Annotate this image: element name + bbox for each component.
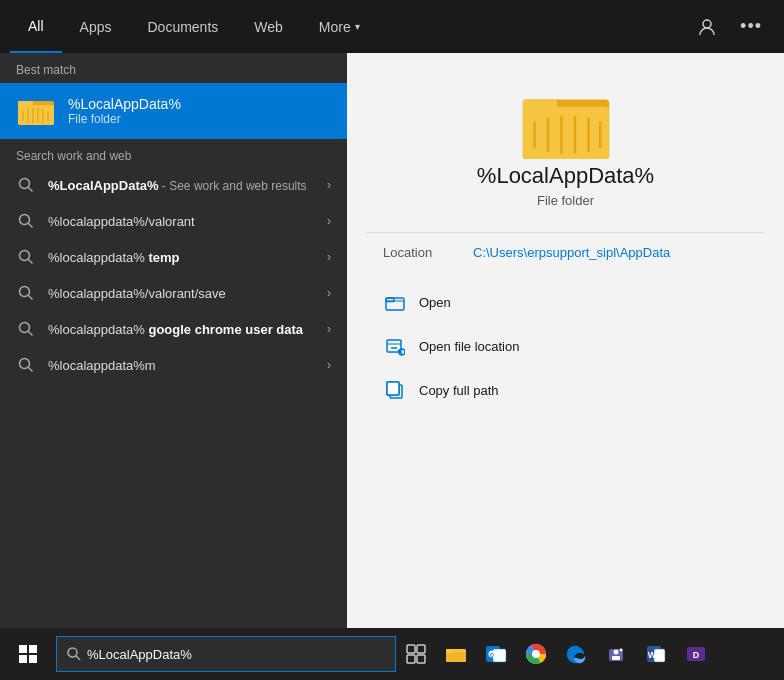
search-icon [16,319,36,339]
list-item[interactable]: %localappdata%/valorant/save › [0,275,347,311]
edge-icon [565,643,587,665]
result-text: %localappdata% temp [48,250,319,265]
svg-point-18 [20,323,30,333]
ellipsis-icon: ••• [740,16,762,37]
search-icon [16,247,36,267]
chrome-button[interactable] [516,628,556,680]
other-app-button[interactable]: D [676,628,716,680]
chevron-right-icon: › [327,214,331,228]
tab-web-label: Web [254,19,283,35]
open-file-location-label: Open file location [419,339,519,354]
svg-line-11 [29,188,33,192]
list-item[interactable]: %localappdata%m › [0,347,347,383]
svg-rect-24 [522,100,556,111]
list-item[interactable]: %localappdata% google chrome user data › [0,311,347,347]
list-item[interactable]: %LocalAppData% - See work and web result… [0,167,347,203]
word-icon: W [645,643,667,665]
svg-rect-42 [407,645,415,653]
tab-more[interactable]: More ▾ [301,0,378,53]
svg-rect-32 [386,298,394,302]
svg-rect-48 [446,649,455,653]
svg-rect-39 [387,382,399,395]
svg-line-13 [29,224,33,228]
list-item[interactable]: %localappdata%/valorant › [0,203,347,239]
best-match-text: %LocalAppData% File folder [68,96,181,126]
folder-icon-large [521,83,611,163]
open-file-location-action[interactable]: Open file location [367,324,764,368]
right-panel: %LocalAppData% File folder Location C:\U… [347,53,784,628]
svg-point-56 [614,650,619,655]
taskbar-search-input[interactable] [87,647,385,662]
svg-line-17 [29,296,33,300]
result-detail-title: %LocalAppData% [477,163,654,189]
user-icon [698,18,716,36]
more-options-button[interactable]: ••• [728,0,774,53]
outlook-icon: O [485,643,507,665]
task-view-icon [406,644,426,664]
word-button[interactable]: W [636,628,676,680]
result-text: %localappdata% google chrome user data [48,322,319,337]
open-action[interactable]: Open [367,280,764,324]
svg-point-16 [20,287,30,297]
action-list: Open Open file location [367,280,764,412]
svg-point-40 [68,648,77,657]
tab-all[interactable]: All [10,0,62,53]
edge-button[interactable] [556,628,596,680]
tab-more-label: More [319,19,351,35]
teams-button[interactable] [596,628,636,680]
best-match-subtitle: File folder [68,112,181,126]
copy-full-path-action[interactable]: Copy full path [367,368,764,412]
location-path[interactable]: C:\Users\erpsupport_sipl\AppData [473,245,670,260]
svg-rect-44 [407,655,415,663]
start-button[interactable] [4,628,52,680]
taskbar-search-bar[interactable] [56,636,396,672]
open-label: Open [419,295,451,310]
chevron-right-icon: › [327,250,331,264]
best-match-item[interactable]: %LocalAppData% File folder [0,83,347,139]
main-content: Best match [0,53,784,628]
chevron-right-icon: › [327,322,331,336]
search-icon [16,175,36,195]
file-location-icon [383,334,407,358]
tab-web[interactable]: Web [236,0,301,53]
svg-line-19 [29,332,33,336]
svg-rect-45 [417,655,425,663]
tab-documents[interactable]: Documents [129,0,236,53]
svg-point-54 [532,650,540,658]
svg-text:D: D [693,650,700,660]
svg-point-20 [20,359,30,369]
outlook-button[interactable]: O [476,628,516,680]
svg-point-12 [20,215,30,225]
chrome-icon [525,643,547,665]
result-text: %localappdata%/valorant/save [48,286,319,301]
svg-rect-3 [18,101,33,106]
taskbar: O W [0,628,784,680]
location-row: Location C:\Users\erpsupport_sipl\AppDat… [367,232,764,272]
search-section-label: Search work and web [0,139,347,167]
tab-apps[interactable]: Apps [62,0,130,53]
svg-rect-31 [386,298,404,310]
list-item[interactable]: %localappdata% temp › [0,239,347,275]
result-text: %localappdata%/valorant [48,214,319,229]
left-panel: Best match [0,53,347,628]
app-icon: D [685,643,707,665]
location-label: Location [383,245,473,260]
tab-documents-label: Documents [147,19,218,35]
file-explorer-button[interactable] [436,628,476,680]
svg-text:O: O [490,652,494,658]
copy-icon [383,378,407,402]
taskbar-search-icon [67,647,81,661]
file-explorer-icon [445,644,467,664]
svg-point-59 [620,649,623,652]
task-view-button[interactable] [396,628,436,680]
start-menu: All Apps Documents Web More ▾ ••• Be [0,0,784,628]
top-nav: All Apps Documents Web More ▾ ••• [0,0,784,53]
search-icon [16,283,36,303]
tab-all-label: All [28,18,44,34]
search-icon [16,211,36,231]
open-icon [383,290,407,314]
best-match-label: Best match [0,53,347,83]
chevron-right-icon: › [327,286,331,300]
user-icon-button[interactable] [686,0,728,53]
svg-point-0 [703,20,711,28]
